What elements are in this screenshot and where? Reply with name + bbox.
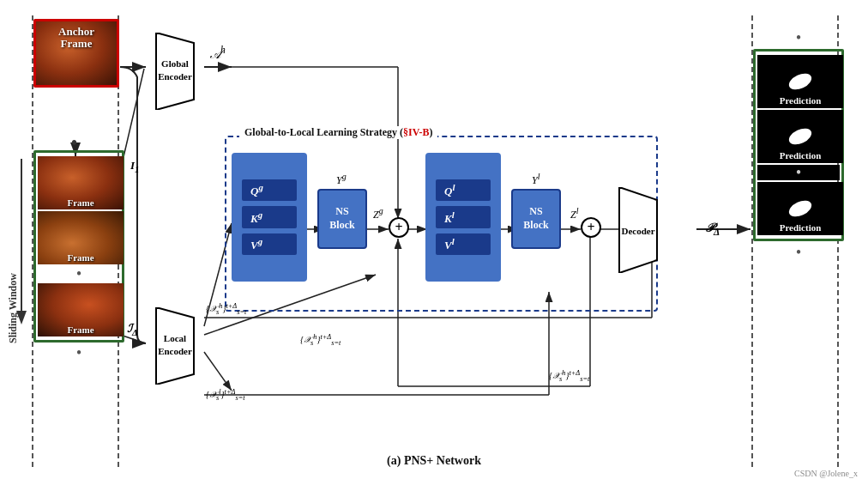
right-film-strip: • Prediction Prediction • Prediction • (753, 30, 844, 260)
p-delta-label: 𝒫Δ (705, 221, 720, 238)
pred-dots-mid: • (757, 165, 840, 180)
svg-text:Local: Local (164, 333, 186, 343)
pred-dots-top: • (753, 30, 844, 45)
sliding-window-strip: Frame Frame • Frame • (33, 150, 124, 361)
pred-shape-2 (787, 125, 814, 148)
local-encoder: Local Encoder (146, 307, 204, 385)
frame-3: Frame (38, 283, 124, 336)
ns-block-g-label: NSBlock (329, 205, 354, 232)
pred-label-2: Prediction (757, 150, 843, 161)
pred-box-1: Prediction (757, 55, 843, 108)
qkv-g-block: Qg Kg Vg (232, 153, 307, 282)
watermark: CSDN @Jolene_x (794, 469, 858, 478)
qkv-l-block: Ql Kl Vl (425, 153, 501, 282)
plus-circle-2: + (581, 217, 601, 238)
ns-block-l: NSBlock (511, 189, 561, 249)
pred-dots-bottom: • (753, 245, 844, 260)
i-delta-label: ℐΔ (127, 322, 138, 337)
kl-label: Kl (436, 206, 491, 227)
zl-label: Zl (570, 206, 578, 221)
svg-line-13 (204, 352, 232, 391)
yl-label: Yl (532, 172, 539, 187)
pred-box-3: Prediction (757, 182, 843, 235)
qg-label: Qg (242, 179, 297, 201)
diagram-container: Anchor Frame • Sliding Window Frame Fram… (0, 0, 868, 485)
svg-text:Global: Global (161, 58, 189, 69)
frame-label-2: Frame (38, 252, 124, 263)
pred-label-3: Prediction (757, 222, 843, 233)
xs-h-label-2: {𝒳sh}t+Δs=t (300, 333, 341, 347)
strategy-link: §IV-B (403, 126, 429, 138)
sliding-window-arrow (13, 159, 30, 330)
yg-label: Yg (336, 172, 347, 187)
pred-shape-1 (787, 70, 814, 93)
xs-h-label-1: {𝒳sh}t+Δs=t (206, 302, 246, 316)
vg-label: Vg (242, 233, 297, 255)
anchor-frame-container: Anchor Frame (33, 19, 119, 88)
frame-label-1: Frame (38, 197, 124, 208)
a-h-label: 𝒜h (210, 45, 226, 62)
global-encoder: Global Encoder (146, 33, 204, 110)
plus-circle-1: + (389, 217, 409, 238)
svg-text:Encoder: Encoder (158, 71, 192, 82)
kg-label: Kg (242, 206, 297, 227)
pred-label-1: Prediction (757, 95, 843, 106)
caption: (a) PNS+ Network (387, 454, 481, 468)
svg-text:Decoder: Decoder (621, 226, 654, 236)
zg-label: Zg (373, 206, 383, 221)
pred-box-2: Prediction (757, 110, 843, 163)
vl-label: Vl (436, 233, 491, 255)
frame-dots: • (38, 266, 120, 282)
frame-label-3: Frame (38, 324, 124, 335)
frame-1: Frame (38, 156, 124, 209)
anchor-label2: Frame (36, 37, 117, 51)
ns-block-l-label: NSBlock (523, 205, 548, 232)
xs-h-label-3: {𝒳sh}t+Δs=t (549, 369, 589, 383)
i1-label: I1 (130, 159, 139, 174)
ql-label: Ql (436, 179, 491, 201)
ns-block-g: NSBlock (317, 189, 367, 249)
strategy-title: Global-to-Local Learning Strategy (§IV-B… (239, 126, 437, 139)
xs-l-label: {𝒳sl}t+Δs=t (206, 388, 245, 402)
frame-dots-below: • (33, 345, 124, 361)
pred-shape-3 (787, 197, 814, 220)
frame-2: Frame (38, 211, 124, 264)
decoder: Decoder (609, 187, 667, 273)
svg-text:Encoder: Encoder (158, 346, 192, 356)
